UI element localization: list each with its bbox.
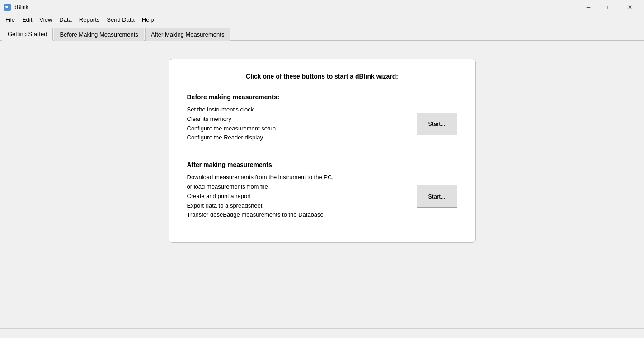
after-line: Export data to a spreadsheet <box>187 201 408 211</box>
minimize-button[interactable]: ─ <box>578 0 599 14</box>
after-start-button[interactable]: Start... <box>417 185 457 208</box>
status-bar <box>0 328 644 338</box>
after-line: Create and print a report <box>187 192 408 201</box>
before-line: Configure the Reader display <box>187 133 408 143</box>
menu-item-file[interactable]: File <box>2 14 19 25</box>
close-button[interactable]: ✕ <box>620 0 640 14</box>
menu-item-help[interactable]: Help <box>138 14 158 25</box>
tab-before-measurements[interactable]: Before Making Measurements <box>54 28 144 41</box>
after-section-body: Download measurements from the instrumen… <box>187 173 457 220</box>
menu-item-reports[interactable]: Reports <box>75 14 103 25</box>
after-line: Transfer doseBadge measurements to the D… <box>187 210 408 220</box>
before-section-text: Set the instrument's clockClear its memo… <box>187 105 408 143</box>
before-line: Configure the measurement setup <box>187 124 408 134</box>
before-start-button[interactable]: Start... <box>417 113 457 135</box>
title-bar-left: dB dBlink <box>4 4 28 11</box>
app-icon: dB <box>4 4 11 11</box>
after-section: After making measurements: Download meas… <box>187 161 457 220</box>
tab-after-measurements[interactable]: After Making Measurements <box>145 28 230 41</box>
menu-item-data[interactable]: Data <box>56 14 75 25</box>
after-line: or load measurements from file <box>187 182 408 192</box>
wizard-card: Click one of these buttons to start a dB… <box>169 59 476 243</box>
before-section-body: Set the instrument's clockClear its memo… <box>187 105 457 143</box>
before-line: Clear its memory <box>187 115 408 124</box>
title-bar-controls: ─ □ ✕ <box>578 0 640 14</box>
tab-bar: Getting StartedBefore Making Measurement… <box>0 25 644 41</box>
after-section-title: After making measurements: <box>187 161 457 168</box>
menu-item-edit[interactable]: Edit <box>19 14 36 25</box>
before-line: Set the instrument's clock <box>187 105 408 115</box>
menu-item-view[interactable]: View <box>36 14 56 25</box>
title-bar: dB dBlink ─ □ ✕ <box>0 0 644 14</box>
tab-getting-started[interactable]: Getting Started <box>2 28 53 41</box>
main-content: Click one of these buttons to start a dB… <box>0 41 644 328</box>
section-divider <box>187 152 457 152</box>
menu-item-send-data[interactable]: Send Data <box>103 14 138 25</box>
wizard-title: Click one of these buttons to start a dB… <box>187 73 457 80</box>
maximize-button[interactable]: □ <box>599 0 620 14</box>
after-section-text: Download measurements from the instrumen… <box>187 173 408 220</box>
menu-bar: FileEditViewDataReportsSend DataHelp <box>0 14 644 25</box>
before-section-title: Before making measurements: <box>187 93 457 101</box>
after-line: Download measurements from the instrumen… <box>187 173 408 182</box>
before-section: Before making measurements: Set the inst… <box>187 93 457 143</box>
app-title: dBlink <box>14 4 28 10</box>
